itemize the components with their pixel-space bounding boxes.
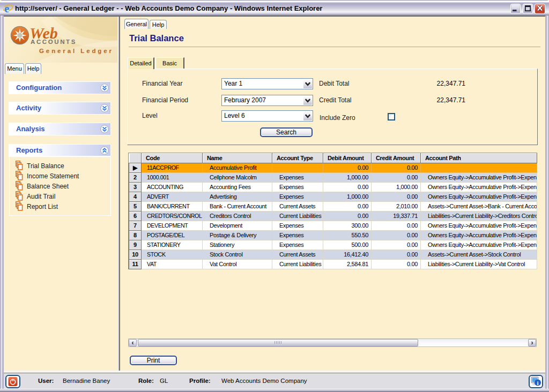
svg-text:i: i	[537, 380, 538, 386]
svg-text:ACCOUNTS: ACCOUNTS	[31, 39, 77, 45]
svg-text:General Ledger: General Ledger	[39, 48, 114, 54]
